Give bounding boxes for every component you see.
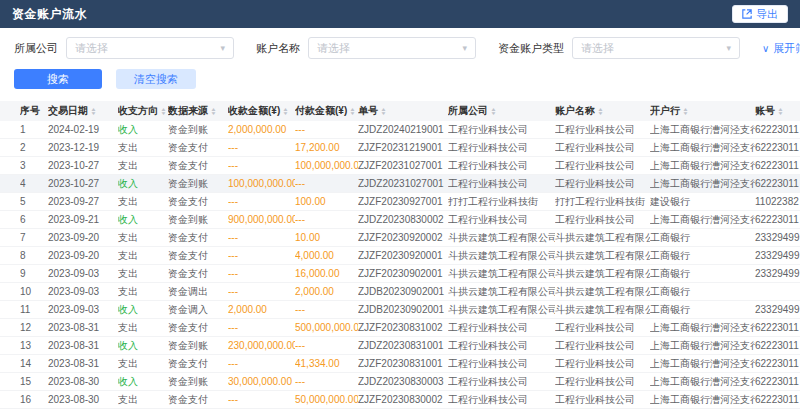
export-button-label: 导出 bbox=[756, 7, 778, 22]
sort-icon[interactable]: ▲▼ bbox=[778, 107, 783, 115]
table-row[interactable]: 122023-08-31支出资金支付---500,000,000.00ZJZF2… bbox=[0, 319, 800, 337]
cell-bank: 上海工商银行漕河泾支行 bbox=[650, 159, 755, 173]
sort-icon[interactable]: ▲▼ bbox=[161, 107, 166, 115]
cell-date: 2023-08-31 bbox=[48, 358, 118, 369]
table-row[interactable]: 12024-02-19收入资金到账2,000,000.00---ZJDZ2024… bbox=[0, 121, 800, 139]
cell-order-no: ZJDZ20240219001 bbox=[358, 124, 448, 135]
column-header-receive-amount[interactable]: 收款金额(¥)▲▼ bbox=[228, 104, 295, 118]
cell-order-no: ZJZF20230831002 bbox=[358, 322, 448, 333]
export-button[interactable]: 导出 bbox=[732, 5, 788, 23]
cell-index: 14 bbox=[20, 358, 48, 369]
cell-bank: 工商银行 bbox=[650, 285, 755, 299]
cell-account-name: 打打工程行业科技街 bbox=[555, 195, 650, 209]
cell-bank: 上海工商银行漕河泾支行 bbox=[650, 213, 755, 227]
cell-index: 13 bbox=[20, 340, 48, 351]
table-row[interactable]: 92023-09-03支出资金支付---16,000.00ZJZF2023090… bbox=[0, 265, 800, 283]
cell-receive-amount: 900,000,000.00 bbox=[228, 214, 295, 225]
sort-icon[interactable]: ▲▼ bbox=[283, 107, 288, 115]
cell-account-no: 62223011 bbox=[755, 160, 800, 171]
cell-company: 工程行业科技公司 bbox=[448, 213, 555, 227]
chevron-down-icon: ▾ bbox=[462, 44, 467, 53]
cell-receive-amount: --- bbox=[228, 232, 295, 243]
sort-icon[interactable]: ▲▼ bbox=[91, 107, 96, 115]
cell-bank: 上海工商银行漕河泾支行 bbox=[650, 141, 755, 155]
cell-source: 资金支付 bbox=[168, 231, 228, 245]
account-type-select[interactable]: 请选择 ▾ bbox=[572, 37, 740, 59]
table-row[interactable]: 132023-08-31收入资金到账230,000,000.00---ZJDZ2… bbox=[0, 337, 800, 355]
cell-direction: 支出 bbox=[118, 249, 168, 263]
column-header-source[interactable]: 数据来源▲▼ bbox=[168, 104, 228, 118]
company-select[interactable]: 请选择 ▾ bbox=[66, 37, 234, 59]
column-header-label: 付款金额(¥) bbox=[295, 104, 347, 118]
cell-bank: 工商银行 bbox=[650, 231, 755, 245]
cell-date: 2023-09-21 bbox=[48, 214, 118, 225]
column-header-account-no[interactable]: 账号▲▼ bbox=[755, 104, 800, 118]
cell-bank: 工商银行 bbox=[650, 267, 755, 281]
cell-source: 资金支付 bbox=[168, 357, 228, 371]
table-row[interactable]: 72023-09-20支出资金支付---10.00ZJZF20230920002… bbox=[0, 229, 800, 247]
cell-receive-amount: --- bbox=[228, 142, 295, 153]
cell-company: 斗拱云建筑工程有限公司 bbox=[448, 231, 555, 245]
cell-bank: 上海工商银行漕河泾支行 bbox=[650, 321, 755, 335]
cell-pay-amount: 16,000.00 bbox=[295, 268, 358, 279]
column-header-order-no[interactable]: 单号▲▼ bbox=[358, 104, 448, 118]
cell-pay-amount: --- bbox=[295, 178, 358, 189]
expand-filters-link[interactable]: ∨ 展开筛选 bbox=[762, 41, 800, 56]
cell-order-no: ZJZF20230920001 bbox=[358, 250, 448, 261]
cell-receive-amount: --- bbox=[228, 250, 295, 261]
clear-search-button[interactable]: 清空搜索 bbox=[116, 69, 196, 89]
cell-index: 2 bbox=[20, 142, 48, 153]
sort-icon[interactable]: ▲▼ bbox=[350, 107, 355, 115]
cell-pay-amount: --- bbox=[295, 304, 358, 315]
sort-icon[interactable]: ▲▼ bbox=[598, 107, 603, 115]
sort-icon[interactable]: ▲▼ bbox=[683, 107, 688, 115]
table-row[interactable]: 152023-08-30收入资金到账30,000,000.00---ZJDZ20… bbox=[0, 373, 800, 391]
cell-account-name: 斗拱云建筑工程有限公司 bbox=[555, 249, 650, 263]
cell-bank: 上海工商银行漕河泾支行 bbox=[650, 339, 755, 353]
cell-account-no: 23329499 bbox=[755, 232, 800, 243]
cell-account-name: 工程行业科技公司 bbox=[555, 159, 650, 173]
table-row[interactable]: 162023-08-30支出资金支付---50,000,000.00ZJZF20… bbox=[0, 391, 800, 409]
cell-order-no: ZJZF20230830002 bbox=[358, 394, 448, 405]
account-name-select[interactable]: 请选择 ▾ bbox=[308, 37, 476, 59]
table-row[interactable]: 112023-09-03收入资金调入2,000.00---ZJDB2023090… bbox=[0, 301, 800, 319]
cell-order-no: ZJZF20230927001 bbox=[358, 196, 448, 207]
table-row[interactable]: 32023-10-27支出资金支付---100,000,000.00ZJZF20… bbox=[0, 157, 800, 175]
cell-company: 工程行业科技公司 bbox=[448, 321, 555, 335]
cell-pay-amount: 50,000,000.00 bbox=[295, 394, 358, 405]
column-header-account-name[interactable]: 账户名称▲▼ bbox=[555, 104, 650, 118]
sort-icon[interactable]: ▲▼ bbox=[381, 107, 386, 115]
column-header-bank[interactable]: 开户行▲▼ bbox=[650, 104, 755, 118]
cell-date: 2023-10-27 bbox=[48, 178, 118, 189]
cell-index: 7 bbox=[20, 232, 48, 243]
table-row[interactable]: 102023-09-03支出资金调出---2,000.00ZJDB2023090… bbox=[0, 283, 800, 301]
table-row[interactable]: 142023-08-31支出资金支付---41,334.00ZJZF202308… bbox=[0, 355, 800, 373]
cell-index: 4 bbox=[20, 178, 48, 189]
cell-account-name: 工程行业科技公司 bbox=[555, 321, 650, 335]
cell-direction: 支出 bbox=[118, 159, 168, 173]
cell-account-no: 23329499 bbox=[755, 304, 800, 315]
cell-account-no: 23329499 bbox=[755, 250, 800, 261]
column-header-date[interactable]: 交易日期▲▼ bbox=[48, 104, 118, 118]
search-button[interactable]: 搜索 bbox=[14, 69, 102, 89]
cell-pay-amount: --- bbox=[295, 214, 358, 225]
cell-date: 2023-08-30 bbox=[48, 394, 118, 405]
cell-company: 斗拱云建筑工程有限公司 bbox=[448, 267, 555, 281]
sort-icon[interactable]: ▲▼ bbox=[211, 107, 216, 115]
cell-index: 16 bbox=[20, 394, 48, 405]
filter-group-account-type: 资金账户类型 请选择 ▾ bbox=[498, 37, 740, 59]
table-row[interactable]: 62023-09-21收入资金到账900,000,000.00---ZJDZ20… bbox=[0, 211, 800, 229]
cell-bank: 上海工商银行漕河泾支行 bbox=[650, 123, 755, 137]
table-row[interactable]: 42023-10-27收入资金到账100,000,000.00---ZJDZ20… bbox=[0, 175, 800, 193]
expand-filters-label: 展开筛选 bbox=[773, 41, 800, 56]
column-header-company[interactable]: 所属公司▲▼ bbox=[448, 104, 555, 118]
table-row[interactable]: 52023-09-27支出资金支付---100.00ZJZF2023092700… bbox=[0, 193, 800, 211]
sort-icon[interactable]: ▲▼ bbox=[491, 107, 496, 115]
cell-direction: 收入 bbox=[118, 375, 168, 389]
table-row[interactable]: 82023-09-20支出资金支付---4,000.00ZJZF20230920… bbox=[0, 247, 800, 265]
table-row[interactable]: 22023-12-19支出资金支付---17,200.00ZJZF2023121… bbox=[0, 139, 800, 157]
column-header-direction[interactable]: 收支方向▲▼ bbox=[118, 104, 168, 118]
cell-company: 工程行业科技公司 bbox=[448, 123, 555, 137]
cell-source: 资金到账 bbox=[168, 177, 228, 191]
column-header-pay-amount[interactable]: 付款金额(¥)▲▼ bbox=[295, 104, 358, 118]
